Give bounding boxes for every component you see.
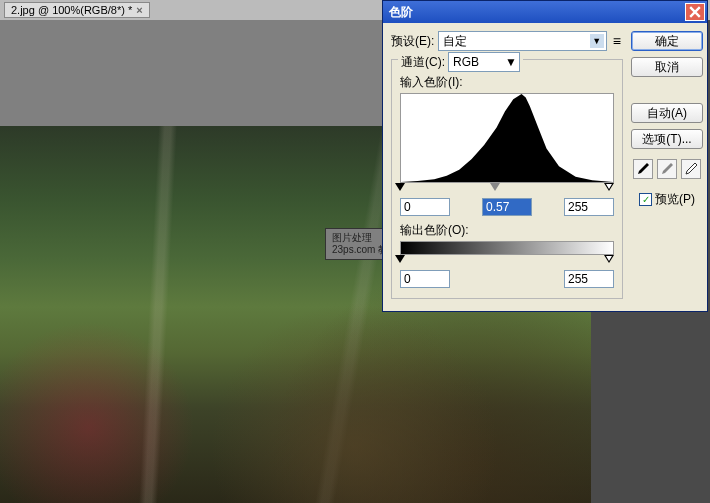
output-levels-label: 输出色阶(O):: [400, 222, 614, 239]
ok-button[interactable]: 确定: [631, 31, 703, 51]
black-eyedropper-icon[interactable]: [633, 159, 653, 179]
histogram-chart: [400, 93, 614, 183]
check-icon: ✓: [642, 194, 650, 205]
dialog-titlebar[interactable]: 色阶: [383, 1, 707, 23]
input-white-field[interactable]: [564, 198, 614, 216]
levels-dialog: 色阶 预设(E): 自定 ▼ ≡ 通道(C): RGB ▼: [382, 0, 708, 312]
close-tab-icon[interactable]: ×: [136, 4, 142, 16]
output-slider-track: [400, 256, 614, 266]
preset-value: 自定: [443, 33, 467, 50]
channel-value: RGB: [453, 55, 479, 69]
svg-marker-0: [401, 94, 613, 182]
document-tab[interactable]: 2.jpg @ 100%(RGB/8*) * ×: [4, 2, 150, 18]
auto-button[interactable]: 自动(A): [631, 103, 703, 123]
output-black-field[interactable]: [400, 270, 450, 288]
output-white-field[interactable]: [564, 270, 614, 288]
white-point-slider[interactable]: [604, 183, 614, 191]
preview-checkbox[interactable]: ✓: [639, 193, 652, 206]
chevron-down-icon: ▼: [590, 34, 604, 48]
output-gradient: [400, 241, 614, 255]
input-slider-track: [400, 184, 614, 194]
output-black-slider[interactable]: [395, 255, 405, 263]
black-point-slider[interactable]: [395, 183, 405, 191]
close-icon[interactable]: [685, 3, 705, 21]
chevron-down-icon: ▼: [505, 55, 517, 69]
preview-label: 预览(P): [655, 191, 695, 208]
watermark-line: 23ps.com: [332, 244, 375, 255]
output-white-slider[interactable]: [604, 255, 614, 263]
gamma-slider[interactable]: [490, 183, 500, 191]
dialog-title: 色阶: [389, 4, 413, 21]
options-button[interactable]: 选项(T)...: [631, 129, 703, 149]
input-levels-label: 输入色阶(I):: [400, 74, 614, 91]
white-eyedropper-icon[interactable]: [681, 159, 701, 179]
channel-select[interactable]: RGB ▼: [448, 52, 520, 72]
preset-label: 预设(E):: [391, 33, 434, 50]
cancel-button[interactable]: 取消: [631, 57, 703, 77]
input-gamma-field[interactable]: [482, 198, 532, 216]
channel-groupbox: 通道(C): RGB ▼ 输入色阶(I):: [391, 59, 623, 299]
preset-menu-icon[interactable]: ≡: [611, 33, 623, 49]
document-tab-title: 2.jpg @ 100%(RGB/8*) *: [11, 4, 132, 16]
gray-eyedropper-icon[interactable]: [657, 159, 677, 179]
preset-select[interactable]: 自定 ▼: [438, 31, 606, 51]
channel-label: 通道(C):: [401, 54, 445, 71]
eyedropper-group: [633, 159, 701, 179]
input-black-field[interactable]: [400, 198, 450, 216]
